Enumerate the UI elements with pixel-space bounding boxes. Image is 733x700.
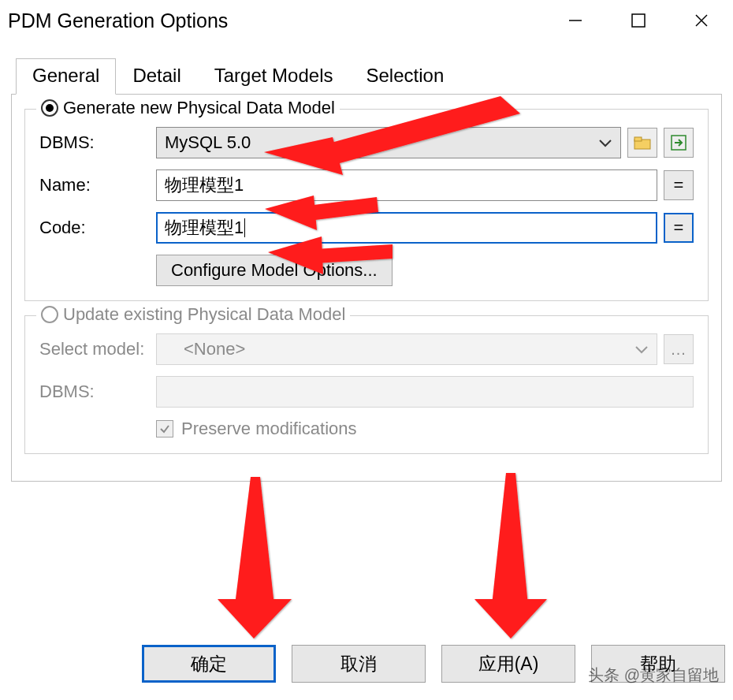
dialog-button-row: 确定 取消 应用(A) 帮助	[0, 645, 733, 683]
group-generate-new: Generate new Physical Data Model DBMS: M…	[24, 109, 709, 301]
svg-rect-1	[632, 14, 645, 27]
svg-rect-5	[634, 137, 642, 141]
group-update-existing: Update existing Physical Data Model Sele…	[24, 315, 709, 454]
svg-marker-16	[474, 599, 547, 639]
sync-name-button[interactable]: =	[664, 170, 694, 200]
window-buttons	[544, 0, 733, 41]
svg-marker-15	[492, 473, 528, 605]
tab-panel-general: Generate new Physical Data Model DBMS: M…	[11, 94, 722, 482]
sync-code-button[interactable]: =	[664, 213, 694, 243]
folder-icon	[634, 136, 651, 150]
legend-update-existing[interactable]: Update existing Physical Data Model	[36, 304, 350, 325]
input-code[interactable]: 物理模型1	[156, 212, 657, 244]
combo-dbms-value: MySQL 5.0	[165, 132, 251, 153]
text-caret	[244, 218, 245, 237]
label-dbms: DBMS:	[39, 132, 150, 153]
legend-update-existing-label: Update existing Physical Data Model	[63, 304, 345, 325]
input-name-value: 物理模型1	[165, 173, 244, 197]
maximize-button[interactable]	[607, 0, 670, 41]
radio-generate-new[interactable]	[41, 99, 58, 117]
combo-dbms[interactable]: MySQL 5.0	[156, 127, 621, 158]
row-code: Code: 物理模型1 =	[39, 212, 694, 244]
window-title: PDM Generation Options	[8, 9, 228, 32]
close-button[interactable]	[670, 0, 733, 41]
titlebar: PDM Generation Options	[0, 0, 733, 41]
legend-generate-new[interactable]: Generate new Physical Data Model	[36, 98, 340, 118]
label-name: Name:	[39, 175, 150, 195]
checkbox-preserve	[156, 420, 173, 438]
combo-select-model: <None>	[156, 333, 657, 365]
input-name[interactable]: 物理模型1	[156, 169, 657, 201]
row-select-model: Select model: <None> ...	[39, 333, 694, 365]
browse-model-button: ...	[664, 334, 694, 364]
chevron-down-icon	[598, 132, 612, 153]
tab-strip: General Detail Target Models Selection	[16, 58, 733, 94]
chevron-down-icon	[634, 339, 649, 359]
tab-selection[interactable]: Selection	[350, 58, 461, 94]
configure-model-options-button[interactable]: Configure Model Options...	[156, 255, 393, 286]
ok-button[interactable]: 确定	[142, 645, 276, 683]
tab-general[interactable]: General	[16, 58, 116, 95]
label-preserve: Preserve modifications	[181, 419, 357, 439]
apply-button[interactable]: 应用(A)	[441, 645, 575, 683]
import-button[interactable]	[664, 128, 694, 158]
browse-folder-button[interactable]	[627, 128, 657, 158]
row-update-dbms: DBMS:	[39, 376, 694, 408]
combo-select-model-value: <None>	[165, 339, 245, 359]
label-select-model: Select model:	[39, 339, 150, 359]
row-dbms: DBMS: MySQL 5.0	[39, 127, 694, 158]
tab-target-models[interactable]: Target Models	[198, 58, 350, 94]
input-update-dbms	[156, 376, 694, 408]
minimize-button[interactable]	[544, 0, 607, 41]
legend-generate-new-label: Generate new Physical Data Model	[63, 98, 335, 118]
svg-marker-14	[218, 599, 292, 639]
radio-update-existing[interactable]	[41, 306, 58, 323]
label-code: Code:	[39, 218, 150, 238]
import-icon	[670, 134, 687, 151]
label-update-dbms: DBMS:	[39, 382, 150, 402]
tab-detail[interactable]: Detail	[116, 58, 197, 94]
row-preserve: Preserve modifications	[156, 419, 694, 439]
input-code-value: 物理模型1	[165, 216, 244, 240]
cancel-button[interactable]: 取消	[292, 645, 426, 683]
row-name: Name: 物理模型1 =	[39, 169, 694, 201]
svg-marker-13	[235, 477, 274, 605]
help-button[interactable]: 帮助	[591, 645, 725, 683]
